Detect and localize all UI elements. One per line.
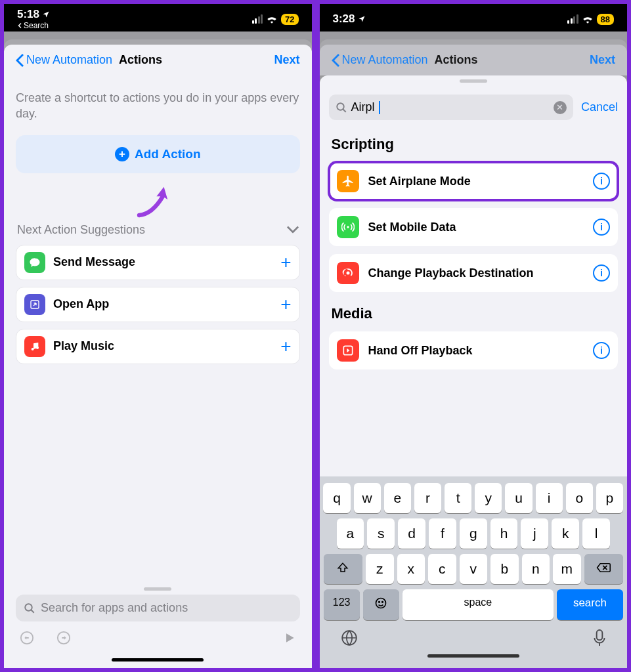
play-icon[interactable] xyxy=(283,631,296,644)
key-w[interactable]: w xyxy=(354,483,381,513)
nav-next-button[interactable]: Next xyxy=(274,53,299,67)
add-action-button[interactable]: + Add Action xyxy=(16,135,300,173)
grabber[interactable] xyxy=(144,587,171,591)
key-y[interactable]: y xyxy=(475,483,502,513)
nav-next-button[interactable]: Next xyxy=(590,53,615,67)
key-i[interactable]: i xyxy=(536,483,563,513)
wifi-icon xyxy=(266,14,278,24)
info-icon[interactable]: i xyxy=(593,219,610,236)
add-icon[interactable]: + xyxy=(280,252,291,273)
key-h[interactable]: h xyxy=(490,518,518,549)
key-a[interactable]: a xyxy=(337,518,364,549)
key-z[interactable]: z xyxy=(366,554,394,584)
antenna-icon xyxy=(337,216,359,238)
mic-icon[interactable] xyxy=(593,629,606,646)
result-change-playback-destination[interactable]: Change Playback Destination i xyxy=(329,254,619,292)
globe-icon[interactable] xyxy=(341,629,358,646)
status-time: 3:28 xyxy=(333,12,366,26)
key-u[interactable]: u xyxy=(505,483,532,513)
result-label: Set Airplane Mode xyxy=(368,175,471,188)
key-g[interactable]: g xyxy=(460,518,487,549)
svg-rect-14 xyxy=(597,630,603,640)
key-backspace[interactable] xyxy=(584,554,624,584)
home-indicator[interactable] xyxy=(427,654,519,658)
search-placeholder: Search for apps and actions xyxy=(41,601,188,615)
add-icon[interactable]: + xyxy=(280,336,291,357)
suggestion-play-music[interactable]: Play Music + xyxy=(16,329,300,364)
key-c[interactable]: c xyxy=(428,554,456,584)
text-cursor xyxy=(379,101,380,114)
search-icon xyxy=(336,102,347,114)
key-space[interactable]: space xyxy=(403,589,554,620)
info-icon[interactable]: i xyxy=(593,173,610,190)
key-search[interactable]: search xyxy=(557,589,623,620)
result-hand-off-playback[interactable]: Hand Off Playback i xyxy=(329,331,619,369)
key-k[interactable]: k xyxy=(552,518,579,549)
svg-point-8 xyxy=(346,272,349,275)
clear-icon[interactable]: ✕ xyxy=(554,101,567,114)
result-set-airplane-mode[interactable]: Set Airplane Mode i xyxy=(329,162,619,200)
result-set-mobile-data[interactable]: Set Mobile Data i xyxy=(329,208,619,246)
suggestions-header-label: Next Action Suggestions xyxy=(17,223,145,237)
info-icon[interactable]: i xyxy=(593,264,610,282)
actions-sheet-dimmed: New Automation Actions Next Airpl ✕ Canc… xyxy=(320,45,628,668)
nav-back-button[interactable]: New Automation xyxy=(332,53,428,67)
home-indicator[interactable] xyxy=(112,658,204,662)
key-e[interactable]: e xyxy=(384,483,411,513)
key-b[interactable]: b xyxy=(490,554,519,584)
suggestion-label: Send Message xyxy=(53,255,135,269)
key-s[interactable]: s xyxy=(367,518,395,549)
key-o[interactable]: o xyxy=(566,483,593,513)
undo-icon[interactable] xyxy=(20,631,34,645)
airplane-icon xyxy=(337,170,359,192)
key-r[interactable]: r xyxy=(414,483,441,513)
key-v[interactable]: v xyxy=(460,554,488,584)
key-p[interactable]: p xyxy=(596,483,623,513)
info-icon[interactable]: i xyxy=(593,342,610,359)
key-j[interactable]: j xyxy=(521,518,548,549)
svg-point-12 xyxy=(382,602,383,603)
location-icon xyxy=(358,15,366,23)
emoji-icon xyxy=(374,597,387,610)
svg-point-10 xyxy=(376,598,386,608)
status-bar: 3:28 88 xyxy=(320,4,628,32)
key-123[interactable]: 123 xyxy=(324,589,360,620)
key-x[interactable]: x xyxy=(397,554,425,584)
key-m[interactable]: m xyxy=(553,554,581,584)
key-t[interactable]: t xyxy=(445,483,471,513)
add-icon[interactable]: + xyxy=(280,294,291,315)
search-bar[interactable]: Search for apps and actions xyxy=(16,595,300,621)
section-media: Media xyxy=(320,296,628,327)
chevron-down-icon xyxy=(287,226,299,234)
redo-icon[interactable] xyxy=(56,631,71,645)
suggestion-send-message[interactable]: Send Message + xyxy=(16,245,300,280)
grabber[interactable] xyxy=(460,79,487,83)
battery-badge: 72 xyxy=(281,14,298,25)
key-n[interactable]: n xyxy=(522,554,550,584)
nav-bar: New Automation Actions Next xyxy=(4,45,312,75)
actions-sheet: New Automation Actions Next Create a sho… xyxy=(4,45,312,668)
key-emoji[interactable] xyxy=(363,589,399,620)
add-action-label: Add Action xyxy=(135,147,201,161)
suggestion-label: Play Music xyxy=(53,339,114,353)
key-d[interactable]: d xyxy=(398,518,425,549)
bottom-tray: Search for apps and actions xyxy=(4,582,312,668)
result-label: Set Mobile Data xyxy=(368,220,456,234)
status-back-to-search[interactable]: Search xyxy=(17,21,50,30)
suggestions-header[interactable]: Next Action Suggestions xyxy=(16,215,300,245)
time-label: 5:18 xyxy=(17,8,39,21)
key-q[interactable]: q xyxy=(323,483,350,513)
search-input[interactable]: Airpl ✕ xyxy=(329,94,573,120)
status-time: 5:18 xyxy=(17,8,50,21)
svg-point-2 xyxy=(36,346,39,349)
nav-back-button[interactable]: New Automation xyxy=(16,53,112,67)
svg-point-3 xyxy=(25,604,32,611)
cancel-button[interactable]: Cancel xyxy=(581,100,618,114)
suggestion-open-app[interactable]: Open App + xyxy=(16,287,300,322)
key-f[interactable]: f xyxy=(429,518,456,549)
cellular-icon xyxy=(252,14,263,24)
key-shift[interactable] xyxy=(324,554,363,584)
key-l[interactable]: l xyxy=(582,518,610,549)
search-sheet: Airpl ✕ Cancel Scripting Set Airplane Mo… xyxy=(320,75,628,668)
shift-icon xyxy=(337,562,349,574)
